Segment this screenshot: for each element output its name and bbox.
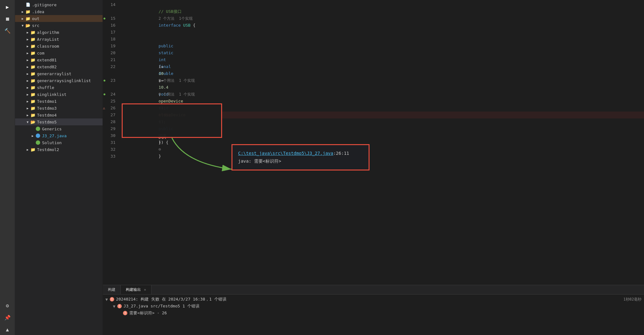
folder-icon-testdmo3: 📁: [30, 105, 36, 111]
arrow-generarraylist: [25, 71, 30, 76]
folder-icon-idea: 📁: [25, 9, 31, 14]
linenum-26: 26 ⚠: [103, 105, 118, 112]
label-j3-27: J3_27.java: [42, 133, 67, 138]
file-icon-generics: [35, 126, 41, 132]
folder-icon-generarraylist: 📁: [30, 71, 36, 76]
folder-icon-shuffle: 📁: [30, 85, 36, 90]
folder-icon-testdmo4: 📁: [30, 112, 36, 118]
arrow-extend01: [25, 57, 30, 62]
folder-icon-generarraysinglinklist: 📁: [30, 78, 36, 83]
linenum-29: 29: [103, 125, 118, 132]
toolbar-build-btn[interactable]: 🔨: [2, 25, 13, 36]
folder-icon-arraylist: 📁: [30, 36, 36, 42]
toolbar-stop-btn[interactable]: ⏹: [2, 13, 13, 24]
sidebar-item-gitignore[interactable]: 📄 .gitignore: [15, 1, 103, 8]
tooltip-link-row: C:\test_java\src\Testdmo5\J3_27.java:26:…: [238, 149, 363, 157]
label-testdmo1: Testdmo1: [37, 99, 57, 104]
label-testdmo4: Testdmo4: [37, 113, 57, 118]
tab-build[interactable]: 构建: [103, 285, 121, 294]
label-testdmo5: Testdmo5: [37, 120, 57, 124]
linenum-21: 21: [103, 56, 118, 63]
code-line-21: [122, 56, 644, 63]
build-timestamp: 1秒82毫秒: [623, 297, 641, 302]
linenum-14b: [103, 8, 118, 15]
toolbar-pin-btn[interactable]: 📌: [2, 312, 13, 323]
linenum-31: 31: [103, 139, 118, 146]
code-line-22: [122, 63, 644, 70]
folder-icon-classroom: 📁: [30, 43, 36, 49]
label-com: com: [37, 51, 44, 55]
editor-content: 14 15 ● 16 17 18 19 20 21 22: [103, 0, 644, 285]
tab-close-icon[interactable]: ✕: [144, 288, 146, 292]
sidebar-item-testdmo1[interactable]: 📁 Testdmo1: [15, 98, 103, 105]
sidebar-item-arraylist[interactable]: 📁 ArrayList: [15, 36, 103, 43]
sidebar-item-testdmol2[interactable]: 📁 Testdmol2: [15, 146, 103, 153]
arrow-testdmo3: [25, 106, 30, 111]
sidebar-item-algorithm[interactable]: 📁 algorithm: [15, 29, 103, 36]
linenum-32: 32: [103, 146, 118, 153]
code-line-23-hint: 0 个用法 1 个实现: [122, 70, 644, 77]
arrow-testdmo4: [25, 113, 30, 118]
build-row-file[interactable]: ▼ ! J3_27.java src/Testdmo5 1 个错误: [103, 303, 644, 310]
file-icon-solution: [35, 140, 41, 145]
file-tree: 📄 .gitignore 📁 .idea 📁 out 📂 src 📁 algor…: [15, 0, 103, 335]
sidebar-item-j3-27[interactable]: J3_27.java: [15, 132, 103, 139]
folder-icon-src: 📂: [25, 23, 31, 28]
sidebar-item-shuffle[interactable]: 📁 shuffle: [15, 84, 103, 91]
arrow-testdmo5: [25, 119, 30, 124]
error-icon-main: !: [110, 297, 114, 301]
label-solution: Solution: [42, 140, 62, 145]
sidebar-item-com[interactable]: 📁 com: [15, 50, 103, 56]
build-error-label: 需要<标识符> · 26: [129, 310, 167, 316]
sidebar-item-extend02[interactable]: 📁 extend02: [15, 63, 103, 70]
toolbar-up-btn[interactable]: ▲: [2, 324, 13, 335]
linenum-20: 20: [103, 50, 118, 56]
linenum-33: 33: [103, 153, 118, 160]
code-line-32: [122, 153, 644, 160]
expand-icon-main: ▼: [105, 297, 108, 302]
sidebar-item-classroom[interactable]: 📁 classroom: [15, 43, 103, 50]
expand-icon-file: ▼: [113, 304, 115, 309]
code-view: 14 15 ● 16 17 18 19 20 21 22: [103, 0, 644, 285]
arrow-arraylist: [25, 37, 30, 42]
folder-icon-com: 📁: [30, 50, 36, 56]
sidebar-item-generarraylist[interactable]: 📁 generarraylist: [15, 70, 103, 77]
sidebar-item-idea[interactable]: 📁 .idea: [15, 8, 103, 15]
tooltip-file-link[interactable]: C:\test_java\src\Testdmo5\J3_27.java: [238, 151, 333, 156]
code-line-17: public static final double x= 10.4 ;: [122, 29, 644, 36]
sidebar-item-extend01[interactable]: 📁 extend01: [15, 56, 103, 63]
arrow-shuffle: [25, 85, 30, 90]
sidebar-item-testdmo4[interactable]: 📁 Testdmo4: [15, 112, 103, 118]
panel-content: ▼ ! 20240214: 构建 失败 在 2024/3/27 16:38，1 …: [103, 295, 644, 335]
toolbar-settings-btn[interactable]: ⚙: [2, 300, 13, 311]
sidebar-item-src[interactable]: 📂 src: [15, 22, 103, 29]
error-icon-file: !: [117, 304, 122, 308]
panel-tabs: 构建 构建输出 ✕: [103, 285, 644, 295]
sidebar-item-out[interactable]: 📁 out: [15, 15, 103, 22]
sidebar-item-singlinklist[interactable]: 📁 singlinklist: [15, 91, 103, 98]
folder-icon-algorithm: 📁: [30, 29, 36, 35]
code-line-18: [122, 36, 644, 43]
sidebar-item-testdmo5[interactable]: 📂 Testdmo5: [15, 118, 103, 125]
code-content: // USB接口 2 个方法 1个实现 interface USB {: [122, 0, 644, 285]
folder-icon-testdmo5: 📂: [30, 119, 36, 125]
code-line-20: [122, 50, 644, 56]
sidebar-item-generics[interactable]: Generics: [15, 125, 103, 132]
label-arraylist: ArrayList: [37, 37, 59, 42]
tooltip-message-row: java: 需要<标识符>: [238, 157, 363, 165]
tab-build-output[interactable]: 构建输出 ✕: [121, 285, 152, 294]
label-generarraysinglinklist: generarraysinglinklist: [37, 78, 91, 83]
sidebar-item-solution[interactable]: Solution: [15, 139, 103, 146]
toolbar-run-btn[interactable]: ▶: [2, 1, 13, 13]
label-singlinklist: singlinklist: [37, 92, 67, 97]
code-line-30: ⊖ }: [122, 139, 644, 146]
sidebar-item-testdmo3[interactable]: 📁 Testdmo3: [15, 105, 103, 112]
sidebar-item-generarraysinglinklist[interactable]: 📁 generarraysinglinklist: [15, 77, 103, 84]
code-line-31: [122, 146, 644, 153]
code-line-16: [122, 22, 644, 29]
label-extend01: extend01: [37, 58, 57, 62]
build-row-error[interactable]: ! 需要<标识符> · 26: [103, 310, 644, 317]
folder-icon-extend02: 📁: [30, 64, 36, 70]
label-classroom: classroom: [37, 44, 59, 49]
build-row-main[interactable]: ▼ ! 20240214: 构建 失败 在 2024/3/27 16:38，1 …: [103, 296, 644, 303]
